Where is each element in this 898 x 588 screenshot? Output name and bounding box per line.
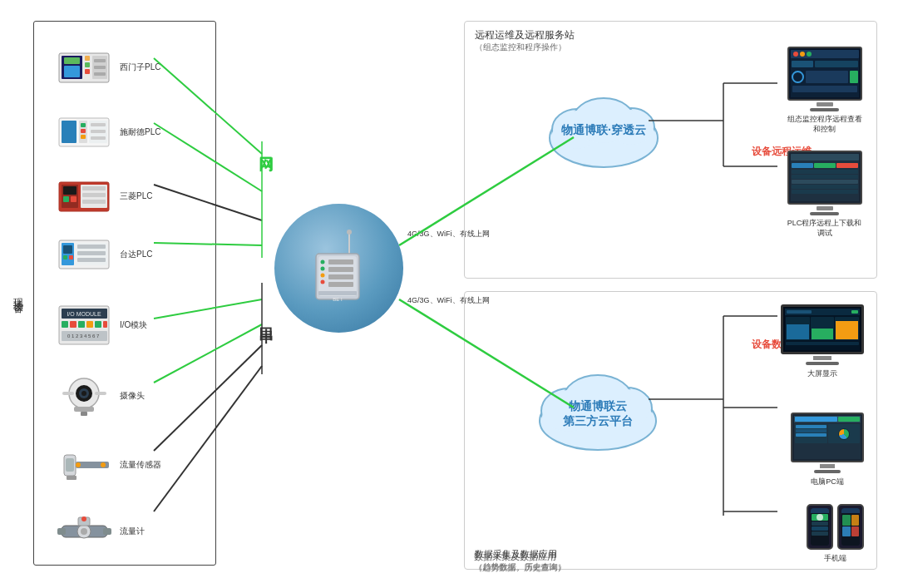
svg-point-94 [347,230,352,235]
svg-rect-48 [71,196,76,202]
siemens-label: 西门子PLC [120,62,160,73]
svg-rect-104 [328,282,353,287]
io-icon: I/O MODULE 0 1 2 3 4 5 6 7 [55,304,113,346]
bottom-cloud: 物通博联云 第三方云平台 [531,358,664,454]
main-container: 现场设备 西门子PLC [0,0,898,588]
svg-rect-59 [77,251,106,255]
svg-text:第三方云平台: 第三方云平台 [563,414,633,427]
device-camera: 摄像头 [55,375,145,417]
svg-point-100 [321,280,325,284]
big-screen [781,304,864,354]
plc-screen-label: PLC程序远程上下载和调试 [785,219,864,238]
svg-rect-103 [328,274,353,279]
svg-rect-34 [62,121,76,143]
svg-rect-32 [94,72,106,76]
io-label: I/O模块 [120,319,147,331]
device-flow-meter: 流量计 [55,511,145,552]
svg-rect-56 [63,255,67,259]
svg-rect-31 [94,66,106,69]
svg-rect-47 [63,196,69,202]
right-bottom-panel-footer-subtitle: （趋势数据、历史查询） [474,562,565,574]
svg-rect-85 [67,476,76,480]
mitsubishi-icon [55,175,113,217]
device-siemens: 西门子PLC [55,47,160,88]
right-top-panel: 远程运维及远程服务站 （组态监控和程序操作） 设备远程运维 物通博联·穿透云 [464,21,877,279]
svg-rect-69 [103,321,107,328]
svg-rect-39 [81,135,86,139]
svg-rect-42 [91,136,106,140]
camera-icon [55,375,113,417]
svg-rect-87 [57,528,66,535]
svg-rect-101 [328,259,353,264]
svg-rect-105 [318,291,357,295]
top-cloud: 物通博联·穿透云 [544,84,664,171]
svg-rect-79 [95,392,106,395]
device-schneider: 施耐德PLC [55,111,160,153]
svg-point-114 [574,100,634,143]
device-flow-sensor: 流量传感器 [55,444,161,486]
siemens-icon [55,47,113,88]
right-bottom-panel: 数据采集及数据应用 （趋势数据、历史查询） 设备数据监控 物通博联云 第三方云平… [464,291,877,570]
svg-point-75 [81,391,86,396]
svg-rect-25 [64,66,80,77]
device-io: I/O MODULE 0 1 2 3 4 5 6 7 I/O模块 [55,304,147,346]
svg-text:物通博联·穿透云: 物通博联·穿透云 [560,123,646,136]
phone-display: 手机端 [807,504,864,564]
phone-label: 手机端 [824,553,846,564]
svg-point-84 [101,462,106,467]
gateway-circle: BE I [274,204,403,333]
svg-point-98 [321,267,325,271]
right-top-title: 远程运维及远程服务站 [475,28,575,42]
svg-rect-67 [86,321,93,328]
device-mitsubishi: 三菱PLC [55,175,152,217]
camera-label: 摄像头 [120,390,145,402]
monitor-plc: PLC程序远程上下载和调试 [785,151,864,238]
svg-rect-26 [85,56,90,61]
mitsubishi-label: 三菱PLC [120,190,152,202]
svg-rect-102 [328,267,353,272]
svg-rect-30 [94,59,106,62]
flow-sensor-label: 流量传感器 [120,459,161,471]
svg-point-99 [321,274,325,278]
svg-rect-88 [103,528,111,535]
svg-rect-66 [78,321,85,328]
svg-rect-58 [77,245,106,249]
panel-vertical-label: 现场设备 [11,290,25,297]
svg-point-90 [81,528,87,535]
svg-rect-28 [85,69,90,74]
schneider-icon [55,111,113,153]
svg-rect-24 [64,57,80,64]
svg-rect-27 [85,62,90,67]
svg-point-97 [321,260,325,264]
flow-meter-label: 流量计 [120,526,145,537]
svg-text:I/O MODULE: I/O MODULE [67,311,101,317]
svg-rect-78 [62,392,74,395]
svg-rect-68 [95,321,101,328]
schneider-label: 施耐德PLC [120,126,160,138]
gateway-device-svg: BE I [308,229,370,308]
big-screen-label: 大屏显示 [807,368,837,379]
svg-rect-60 [77,258,106,262]
svg-rect-51 [82,200,106,204]
phone-1 [807,504,833,550]
left-device-panel: 现场设备 西门子PLC [33,21,216,566]
hmi-label: 组态监控程序远程查看和控制 [785,115,864,134]
right-top-subtitle: （组态监控和程序操作） [475,42,566,53]
monitor-hmi: 组态监控程序远程查看和控制 [785,47,864,134]
svg-rect-55 [63,245,72,254]
delta-label: 台达PLC [120,249,152,260]
svg-text:BE I: BE I [333,297,343,302]
pc-display: 电脑PC端 [791,413,864,487]
svg-point-92 [81,516,86,521]
svg-rect-81 [66,458,74,472]
svg-rect-76 [74,407,94,412]
svg-text:0 1 2 3 4 5 6 7: 0 1 2 3 4 5 6 7 [67,334,100,338]
plc-screen [787,151,862,205]
svg-rect-65 [70,321,76,328]
svg-rect-49 [82,186,106,190]
pc-label: 电脑PC端 [811,477,844,487]
pc-screen [791,413,864,462]
device-delta: 台达PLC [55,234,152,275]
svg-rect-38 [81,129,86,133]
hmi-screen [787,47,862,101]
